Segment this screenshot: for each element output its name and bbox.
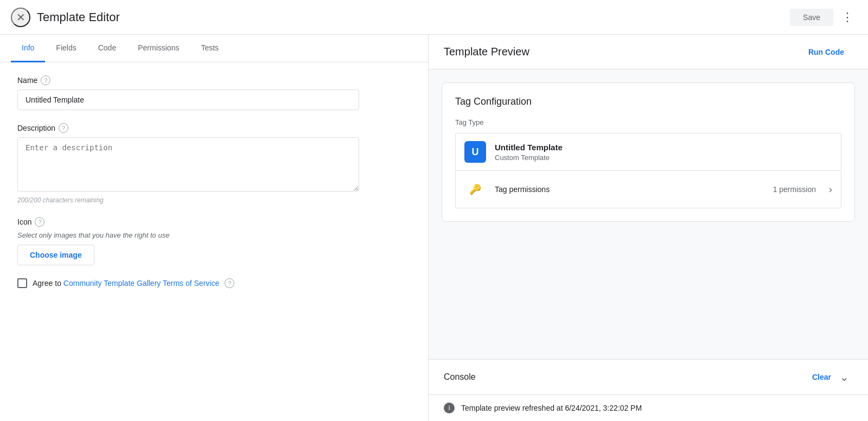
left-panel: Info Fields Code Permissions Tests Name … xyxy=(0,35,429,421)
right-header: Template Preview Run Code xyxy=(429,35,868,69)
tag-config-card: Tag Configuration Tag Type U Untitled Te… xyxy=(442,82,855,222)
checkbox-label: Agree to Community Template Gallery Term… xyxy=(33,279,219,288)
tab-info[interactable]: Info xyxy=(11,35,45,62)
close-button[interactable]: ✕ xyxy=(11,8,30,27)
tab-code[interactable]: Code xyxy=(87,35,127,62)
permissions-label: Tag permissions xyxy=(495,185,764,194)
tag-template-sub: Custom Template xyxy=(495,154,563,162)
console-section: Console Clear ⌄ i Template preview refre… xyxy=(429,359,868,421)
more-icon: ⋮ xyxy=(841,10,854,24)
tag-type-item[interactable]: U Untitled Template Custom Template xyxy=(455,133,841,171)
header-actions: Save ⋮ xyxy=(790,8,857,27)
choose-image-button[interactable]: Choose image xyxy=(17,245,94,265)
chevron-down-icon: ⌄ xyxy=(840,371,849,384)
description-help-icon[interactable]: ? xyxy=(59,123,68,133)
tag-permissions-item[interactable]: 🔑 Tag permissions 1 permission › xyxy=(455,171,841,208)
icon-help-icon[interactable]: ? xyxy=(35,217,44,227)
tos-help-icon[interactable]: ? xyxy=(225,278,234,288)
tag-icon-badge: U xyxy=(464,141,486,163)
permissions-count: 1 permission xyxy=(773,185,816,194)
icon-label: Icon ? xyxy=(17,217,411,227)
tag-config-area: Tag Configuration Tag Type U Untitled Te… xyxy=(429,69,868,359)
description-label: Description ? xyxy=(17,123,411,133)
tag-template-name: Untitled Template xyxy=(495,143,563,152)
icon-field-group: Icon ? Select only images that you have … xyxy=(17,217,411,265)
description-input[interactable] xyxy=(17,137,359,192)
close-icon: ✕ xyxy=(16,11,25,24)
key-icon: 🔑 xyxy=(464,178,486,200)
console-clear-button[interactable]: Clear xyxy=(808,371,835,384)
header: ✕ Template Editor Save ⋮ xyxy=(0,0,868,35)
main-layout: Info Fields Code Permissions Tests Name … xyxy=(0,35,868,421)
char-count: 200/200 characters remaining xyxy=(17,196,411,204)
preview-title: Template Preview xyxy=(444,46,800,58)
save-button[interactable]: Save xyxy=(790,9,833,26)
console-log-row: i Template preview refreshed at 6/24/202… xyxy=(429,395,868,421)
name-field-group: Name ? xyxy=(17,75,411,110)
tos-checkbox[interactable] xyxy=(17,278,27,288)
console-title: Console xyxy=(444,372,808,382)
tabs-bar: Info Fields Code Permissions Tests xyxy=(0,35,428,62)
console-log-text: Template preview refreshed at 6/24/2021,… xyxy=(461,404,642,412)
left-content: Name ? Description ? 200/200 characters … xyxy=(0,62,428,421)
console-expand-button[interactable]: ⌄ xyxy=(835,368,853,386)
tag-type-label: Tag Type xyxy=(455,118,841,126)
more-menu-button[interactable]: ⋮ xyxy=(838,8,857,27)
icon-subtitle: Select only images that you have the rig… xyxy=(17,231,411,239)
tab-tests[interactable]: Tests xyxy=(190,35,229,62)
right-panel: Template Preview Run Code Tag Configurat… xyxy=(429,35,868,421)
console-header: Console Clear ⌄ xyxy=(429,360,868,395)
tag-name-block: Untitled Template Custom Template xyxy=(495,143,563,162)
run-code-button[interactable]: Run Code xyxy=(800,43,853,61)
tab-fields[interactable]: Fields xyxy=(45,35,87,62)
tag-config-title: Tag Configuration xyxy=(455,96,841,107)
tos-link[interactable]: Community Template Gallery Terms of Serv… xyxy=(63,279,219,288)
name-label: Name ? xyxy=(17,75,411,85)
info-icon: i xyxy=(444,403,455,413)
description-field-group: Description ? 200/200 characters remaini… xyxy=(17,123,411,204)
name-help-icon[interactable]: ? xyxy=(41,75,50,85)
page-title: Template Editor xyxy=(37,10,790,24)
name-input[interactable] xyxy=(17,90,359,110)
chevron-right-icon: › xyxy=(829,184,832,195)
tos-row: Agree to Community Template Gallery Term… xyxy=(17,278,411,288)
tab-permissions[interactable]: Permissions xyxy=(127,35,190,62)
